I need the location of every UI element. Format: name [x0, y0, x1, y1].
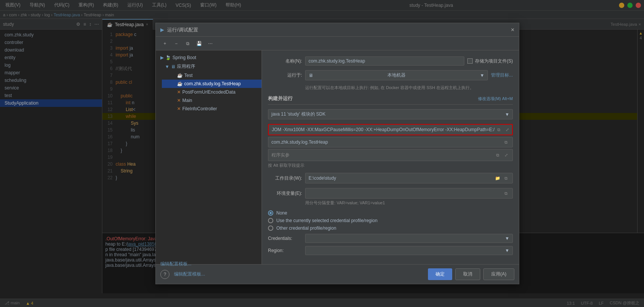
tree-fileinfo[interactable]: ✕ FileInfoController	[162, 105, 262, 113]
env-hint: 用分号分隔变量: VAR=value; VAR1=value1	[268, 200, 513, 206]
tree-spring-boot-label: Spring Boot	[172, 55, 196, 60]
dialog-tree: ▶ 🍃 Spring Boot ▼ 🖥 应用程序 ☕ Test	[156, 50, 262, 264]
dialog-toolbar: + − ⧉ 💾 ⋯	[156, 37, 519, 50]
expand-class-icon[interactable]: ⧉	[503, 139, 509, 146]
copy-config-button[interactable]: ⧉	[183, 39, 192, 48]
expand-workdir-icon[interactable]: ⧉	[503, 175, 509, 182]
credentials-arrow-icon: ▼	[505, 236, 509, 241]
dialog-form: 名称(N): 存储为项目文件(S) 运行于: 🖥 本地机器	[262, 50, 519, 264]
expand-arrow-icon: ▼	[165, 64, 169, 69]
manage-target-link[interactable]: 管理目标...	[491, 72, 513, 78]
remove-config-button[interactable]: −	[172, 39, 181, 48]
name-label: 名称(N):	[268, 58, 302, 64]
hint-text: 按 Alt 获取字段提示	[268, 163, 513, 168]
work-dir-input[interactable]: E:\code\study 📁 ⧉	[305, 173, 513, 183]
vm-options-text: JOM -Xmx100M -XX:MaxGCPauseMillis=200 -X…	[272, 127, 495, 132]
help-button[interactable]: ?	[160, 270, 169, 279]
env-row: 环境变量(E): ⧉	[268, 188, 513, 199]
fileinfo-icon: ✕	[177, 106, 181, 111]
footer-buttons: 确定 取消 应用(A)	[428, 268, 514, 280]
main-icon: ✕	[177, 98, 181, 103]
tree-fileinfo-label: FileInfoController	[182, 106, 217, 111]
test-icon: ☕	[177, 73, 183, 78]
build-run-section: 构建并运行 修改选项(M) Alt+M	[268, 95, 513, 105]
tree-main[interactable]: ✕ Main	[162, 96, 262, 105]
dialog-overlay: ▶ 运行/调试配置 × + − ⧉ 💾 ⋯ ▶ 🍃 Spring	[0, 0, 644, 307]
radio-none[interactable]: None	[268, 210, 513, 216]
expand-env-icon[interactable]: ⧉	[503, 190, 509, 197]
dialog-body: ▶ 🍃 Spring Boot ▼ 🖥 应用程序 ☕ Test	[156, 50, 519, 264]
tree-app-program[interactable]: ▼ 🖥 应用程序	[156, 62, 262, 71]
radio-currently[interactable]: Use the currently selected credential pr…	[268, 218, 513, 223]
sdk-row: java 11 'study' 模块的 SDK ▼	[268, 109, 513, 119]
tree-testheap[interactable]: ☕ com.zhk.study.log.TestHeap	[162, 80, 262, 88]
run-on-icon: 🖥	[309, 73, 313, 78]
edit-templates-link[interactable]: 编辑配置模板...	[160, 261, 191, 267]
run-debug-dialog: ▶ 运行/调试配置 × + − ⧉ 💾 ⋯ ▶ 🍃 Spring	[155, 23, 519, 284]
tree-postform[interactable]: ✕ PostFormUrlEncodedData	[162, 88, 262, 96]
app-icon: 🖥	[171, 64, 175, 69]
tree-group: ☕ Test ☕ com.zhk.study.log.TestHeap ✕ Po…	[156, 71, 262, 113]
region-label: Region:	[268, 248, 302, 253]
postform-icon: ✕	[177, 89, 181, 95]
program-args-area[interactable]: 程序实参 ⧉ ⤢	[268, 149, 513, 161]
run-on-value: 本地机器	[387, 72, 406, 78]
apply-button[interactable]: 应用(A)	[483, 268, 514, 280]
section-build-label: 构建并运行	[268, 95, 293, 102]
credentials-dropdown[interactable]: ▼	[305, 234, 513, 243]
dialog-title-text: 运行/调试配置	[167, 27, 198, 33]
fullscreen-args-icon[interactable]: ⤢	[503, 152, 509, 158]
main-class-text: com.zhk.study.log.TestHeap	[271, 139, 328, 145]
expand-vm-icon[interactable]: ⧉	[495, 126, 502, 133]
sdk-arrow-icon: ▼	[505, 112, 509, 117]
run-on-arrow: ▼	[480, 73, 484, 78]
region-dropdown[interactable]: ▼	[305, 246, 513, 255]
env-input[interactable]: ⧉	[305, 188, 513, 199]
sdk-dropdown[interactable]: java 11 'study' 模块的 SDK ▼	[268, 109, 513, 119]
radio-other-label: Other credential profile/region	[276, 226, 336, 231]
save-checkbox[interactable]: 存储为项目文件(S)	[467, 58, 513, 64]
tree-app-program-label: 应用程序	[177, 63, 195, 70]
radio-other[interactable]: Other credential profile/region	[268, 226, 513, 231]
main-class-input[interactable]: com.zhk.study.log.TestHeap ⧉	[268, 137, 513, 147]
tree-spring-boot[interactable]: ▶ 🍃 Spring Boot	[156, 53, 262, 62]
program-args-placeholder: 程序实参	[271, 152, 290, 158]
arrow-icon: ▶	[160, 55, 164, 60]
spring-boot-icon: 🍃	[165, 55, 171, 60]
more-config-button[interactable]: ⋯	[206, 39, 215, 48]
run-on-label: 运行于:	[268, 72, 302, 78]
radio-none-circle	[268, 210, 273, 216]
run-info: 运行配置可以在本地或目标上执行: 例如, 在 Docker 容器中或使用 SSH…	[268, 85, 513, 91]
run-on-dropdown[interactable]: 🖥 本地机器 ▼	[305, 70, 488, 80]
tree-test[interactable]: ☕ Test	[162, 71, 262, 80]
testheap-icon: ☕	[177, 81, 183, 86]
confirm-button[interactable]: 确定	[428, 268, 452, 280]
work-dir-value: E:\code\study	[309, 175, 336, 181]
name-input[interactable]	[305, 56, 464, 66]
dialog-close-button[interactable]: ×	[511, 27, 514, 33]
region-arrow-icon: ▼	[505, 248, 509, 253]
expand-args-icon[interactable]: ⧉	[494, 152, 501, 158]
save-checkbox-label: 存储为项目文件(S)	[475, 58, 513, 64]
folder-icon[interactable]: 📁	[494, 175, 501, 182]
env-label: 环境变量(E):	[268, 190, 302, 197]
tree-testheap-label: com.zhk.study.log.TestHeap	[184, 81, 241, 86]
modify-options-link[interactable]: 修改选项(M) Alt+M	[478, 96, 513, 102]
credentials-label: Credentials:	[268, 236, 302, 241]
region-row: Region: ▼	[268, 246, 513, 255]
radio-none-label: None	[276, 210, 287, 216]
radio-other-circle	[268, 226, 273, 231]
save-checkbox-box[interactable]	[467, 58, 473, 64]
footer-left: ? 编辑配置模板...	[160, 270, 205, 279]
add-config-button[interactable]: +	[160, 39, 169, 48]
edit-templates-bottom-link[interactable]: 编辑配置模板...	[174, 271, 205, 277]
dialog-title-bar: ▶ 运行/调试配置 ×	[156, 23, 519, 37]
edit-templates-container: 编辑配置模板...	[156, 113, 262, 117]
work-dir-icons: 📁 ⧉	[494, 175, 509, 182]
tree-main-label: Main	[182, 98, 192, 103]
credentials-row: Credentials: ▼	[268, 234, 513, 243]
cancel-button[interactable]: 取消	[455, 268, 480, 280]
fullscreen-vm-icon[interactable]: ⤢	[504, 126, 511, 133]
vm-options-area[interactable]: JOM -Xmx100M -XX:MaxGCPauseMillis=200 -X…	[268, 124, 513, 135]
save-config-button[interactable]: 💾	[194, 39, 204, 48]
